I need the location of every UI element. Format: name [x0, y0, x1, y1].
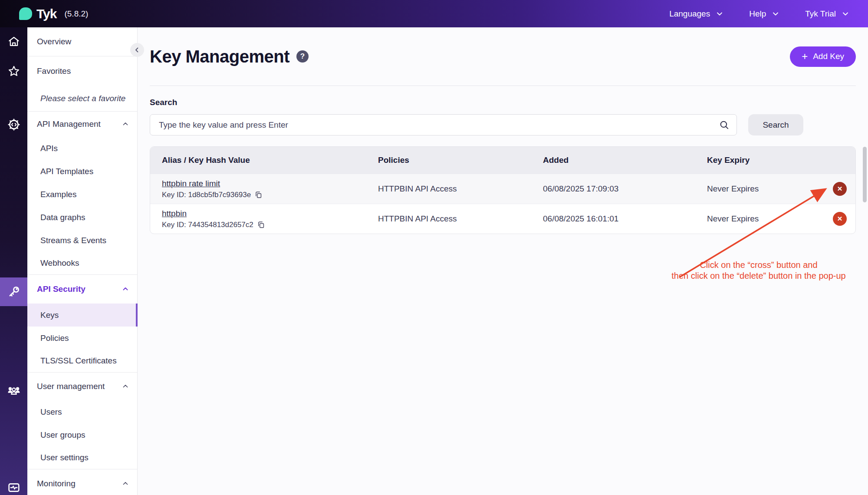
delete-key-button[interactable]: ✕: [833, 182, 847, 196]
chevron-up-icon: [122, 285, 129, 293]
sidebar: Overview Favorites Please select a favor…: [27, 27, 138, 495]
vertical-scrollbar-thumb[interactable]: [863, 147, 867, 202]
chevron-up-icon: [122, 120, 129, 128]
added-cell: 06/08/2025 16:01:01: [543, 214, 707, 224]
api-code-icon[interactable]: [0, 118, 27, 132]
sidebar-item-label: Favorites: [37, 66, 71, 76]
icon-rail: [0, 27, 27, 495]
sidebar-item-data-graphs[interactable]: Data graphs: [27, 206, 137, 229]
page-header: Key Management ? + Add Key: [150, 27, 856, 86]
monitoring-icon[interactable]: [0, 481, 27, 495]
table-row: httpbin Key ID: 744354813d2657c2 HTTPBIN…: [150, 204, 855, 234]
help-icon[interactable]: ?: [296, 50, 309, 63]
tyk-brand: Tyk (5.8.2): [19, 7, 88, 21]
sidebar-item-webhooks[interactable]: Webhooks: [27, 252, 137, 275]
copy-icon[interactable]: [254, 191, 263, 199]
search-section-label: Search: [150, 98, 856, 107]
sidebar-item-examples[interactable]: Examples: [27, 183, 137, 206]
sidebar-item-favorites[interactable]: Favorites: [27, 56, 137, 86]
add-key-button[interactable]: + Add Key: [790, 46, 856, 67]
sidebar-item-label: Webhooks: [40, 258, 79, 268]
search-icon: [719, 119, 730, 131]
sidebar-item-tls-ssl-certificates[interactable]: TLS/SSL Certificates: [27, 350, 137, 373]
copy-icon[interactable]: [257, 221, 265, 229]
chevron-down-icon: [771, 10, 780, 18]
search-input[interactable]: [150, 114, 737, 135]
sidebar-item-label: API Templates: [40, 167, 93, 176]
keys-table: Alias / Key Hash Value Policies Added Ke…: [150, 146, 856, 234]
favorites-empty-hint: Please select a favorite: [27, 86, 137, 112]
sidebar-section-monitoring[interactable]: Monitoring: [27, 469, 137, 495]
sidebar-item-label: User groups: [40, 430, 85, 440]
page-title: Key Management: [150, 47, 289, 66]
annotation-line-1: Click on the “cross” button and: [667, 260, 850, 271]
key-expiry-cell: Never Expires: [707, 184, 815, 194]
sidebar-section-api-management[interactable]: API Management: [27, 112, 137, 137]
sidebar-section-user-management[interactable]: User management: [27, 373, 137, 400]
help-menu[interactable]: Help: [749, 9, 780, 19]
users-icon[interactable]: [0, 383, 27, 397]
added-cell: 06/08/2025 17:09:03: [543, 184, 707, 194]
sidebar-section-label: API Security: [37, 284, 85, 294]
account-menu-label: Tyk Trial: [805, 9, 836, 19]
key-alias-link[interactable]: httpbin rate limit: [162, 179, 220, 188]
sidebar-item-api-templates[interactable]: API Templates: [27, 160, 137, 183]
tyk-logo-text: Tyk: [36, 7, 56, 21]
sidebar-section-label: Monitoring: [37, 479, 76, 488]
chevron-down-icon: [715, 10, 724, 18]
sidebar-item-apis[interactable]: APIs: [27, 137, 137, 160]
sidebar-item-streams-events[interactable]: Streams & Events: [27, 229, 137, 252]
sidebar-item-label: Streams & Events: [40, 236, 106, 245]
key-id-text: Key ID: 1d8cb5fb7c93693e: [162, 191, 251, 199]
help-menu-label: Help: [749, 9, 766, 19]
annotation-text: Click on the “cross” button and then cli…: [667, 260, 850, 281]
sidebar-section-label: API Management: [37, 119, 101, 129]
sidebar-item-label: Data graphs: [40, 213, 85, 222]
policy-cell: HTTPBIN API Access: [378, 184, 543, 194]
sidebar-item-label: Users: [40, 407, 62, 417]
version-label: (5.8.2): [64, 9, 88, 19]
sidebar-item-policies[interactable]: Policies: [27, 327, 137, 350]
sidebar-item-label: Policies: [40, 333, 69, 343]
column-header-policies: Policies: [378, 155, 543, 165]
topbar-menus: Languages Help Tyk Trial: [669, 9, 850, 19]
sidebar-item-label: APIs: [40, 144, 58, 153]
key-id-text: Key ID: 744354813d2657c2: [162, 221, 253, 229]
search-button[interactable]: Search: [748, 114, 803, 135]
chevron-down-icon: [841, 10, 850, 18]
sidebar-section-label: User management: [37, 382, 105, 391]
plus-icon: +: [802, 51, 808, 62]
key-expiry-cell: Never Expires: [707, 214, 815, 224]
home-icon[interactable]: [0, 35, 27, 48]
column-header-added: Added: [543, 155, 707, 165]
sidebar-item-keys[interactable]: Keys: [27, 304, 138, 327]
sidebar-item-label: Overview: [37, 37, 71, 46]
star-icon[interactable]: [0, 65, 27, 78]
sidebar-item-users[interactable]: Users: [27, 400, 137, 423]
chevron-up-icon: [122, 383, 129, 390]
languages-menu-label: Languages: [669, 9, 710, 19]
sidebar-item-user-groups[interactable]: User groups: [27, 423, 137, 446]
table-header-row: Alias / Key Hash Value Policies Added Ke…: [150, 147, 855, 174]
policy-cell: HTTPBIN API Access: [378, 214, 543, 224]
sidebar-collapse-button[interactable]: [130, 43, 144, 57]
sidebar-section-api-security[interactable]: API Security: [27, 275, 137, 304]
sidebar-item-overview[interactable]: Overview: [27, 27, 137, 56]
chevron-up-icon: [122, 480, 129, 488]
delete-key-button[interactable]: ✕: [833, 212, 847, 226]
account-menu[interactable]: Tyk Trial: [805, 9, 850, 19]
sidebar-item-user-settings[interactable]: User settings: [27, 446, 137, 469]
sidebar-item-label: Examples: [40, 190, 76, 199]
tyk-logo-icon: [19, 7, 32, 20]
add-key-label: Add Key: [813, 52, 844, 61]
column-header-alias: Alias / Key Hash Value: [150, 155, 378, 165]
key-alias-link[interactable]: httpbin: [162, 209, 187, 218]
top-bar: Tyk (5.8.2) Languages Help Tyk Trial: [0, 0, 868, 27]
key-icon: [7, 285, 21, 299]
languages-menu[interactable]: Languages: [669, 9, 724, 19]
column-header-key-expiry: Key Expiry: [707, 155, 815, 165]
sidebar-item-label: User settings: [40, 453, 89, 462]
rail-active-section[interactable]: [0, 277, 27, 306]
annotation-line-2: then click on the “delete” button in the…: [667, 271, 850, 281]
sidebar-item-label: TLS/SSL Certificates: [40, 356, 117, 366]
